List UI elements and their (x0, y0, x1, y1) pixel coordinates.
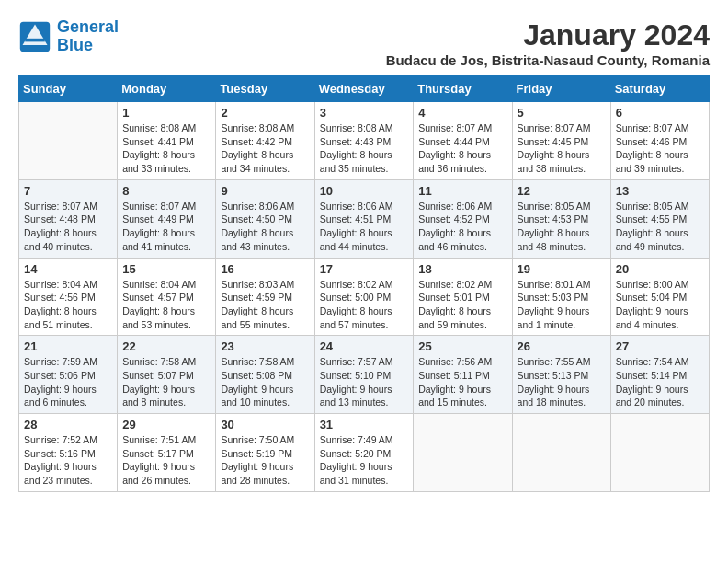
day-number: 14 (24, 262, 112, 276)
day-info: Sunrise: 8:04 AMSunset: 4:57 PMDaylight:… (122, 278, 210, 332)
calendar-cell: 23Sunrise: 7:58 AMSunset: 5:08 PMDayligh… (216, 336, 314, 414)
weekday-header-sunday: Sunday (19, 76, 118, 102)
calendar-cell: 3Sunrise: 8:08 AMSunset: 4:43 PMDaylight… (314, 102, 414, 180)
week-row-1: 1Sunrise: 8:08 AMSunset: 4:41 PMDaylight… (19, 102, 710, 180)
calendar-body: 1Sunrise: 8:08 AMSunset: 4:41 PMDaylight… (19, 102, 710, 492)
logo-icon (18, 20, 51, 53)
calendar-cell (610, 414, 709, 492)
calendar-header: SundayMondayTuesdayWednesdayThursdayFrid… (19, 76, 710, 102)
day-info: Sunrise: 7:56 AMSunset: 5:11 PMDaylight:… (418, 355, 506, 409)
day-info: Sunrise: 8:04 AMSunset: 4:56 PMDaylight:… (24, 278, 112, 332)
day-number: 17 (320, 262, 409, 276)
day-number: 23 (221, 339, 309, 353)
day-info: Sunrise: 7:57 AMSunset: 5:10 PMDaylight:… (320, 355, 409, 409)
day-info: Sunrise: 7:55 AMSunset: 5:13 PMDaylight:… (518, 355, 606, 409)
week-row-5: 28Sunrise: 7:52 AMSunset: 5:16 PMDayligh… (19, 414, 710, 492)
day-number: 8 (122, 184, 210, 198)
day-info: Sunrise: 8:02 AMSunset: 5:00 PMDaylight:… (320, 278, 409, 332)
calendar-subtitle: Budacu de Jos, Bistrita-Nasaud County, R… (386, 52, 710, 68)
day-number: 20 (616, 262, 704, 276)
calendar-cell: 2Sunrise: 8:08 AMSunset: 4:42 PMDaylight… (216, 102, 314, 180)
day-info: Sunrise: 8:01 AMSunset: 5:03 PMDaylight:… (518, 278, 606, 332)
calendar-table: SundayMondayTuesdayWednesdayThursdayFrid… (18, 75, 710, 492)
weekday-header-monday: Monday (118, 76, 216, 102)
day-number: 18 (418, 262, 506, 276)
day-info: Sunrise: 7:49 AMSunset: 5:20 PMDaylight:… (320, 433, 409, 488)
day-number: 26 (518, 339, 606, 353)
calendar-cell: 4Sunrise: 8:07 AMSunset: 4:44 PMDaylight… (414, 102, 512, 180)
day-info: Sunrise: 8:08 AMSunset: 4:42 PMDaylight:… (221, 121, 309, 176)
calendar-cell: 30Sunrise: 7:50 AMSunset: 5:19 PMDayligh… (216, 414, 314, 492)
day-info: Sunrise: 8:07 AMSunset: 4:48 PMDaylight:… (24, 200, 112, 254)
day-info: Sunrise: 8:03 AMSunset: 4:59 PMDaylight:… (221, 278, 309, 332)
day-number: 10 (320, 184, 409, 198)
weekday-row: SundayMondayTuesdayWednesdayThursdayFrid… (19, 76, 710, 102)
day-number: 13 (616, 184, 704, 198)
calendar-cell: 16Sunrise: 8:03 AMSunset: 4:59 PMDayligh… (216, 258, 314, 336)
calendar-title: January 2024 (386, 18, 710, 52)
calendar-cell (19, 102, 118, 180)
calendar-cell: 13Sunrise: 8:05 AMSunset: 4:55 PMDayligh… (610, 179, 709, 258)
weekday-header-tuesday: Tuesday (216, 76, 314, 102)
day-info: Sunrise: 8:05 AMSunset: 4:53 PMDaylight:… (518, 200, 606, 254)
day-number: 31 (320, 418, 409, 431)
day-info: Sunrise: 8:07 AMSunset: 4:45 PMDaylight:… (518, 121, 606, 176)
day-info: Sunrise: 7:58 AMSunset: 5:08 PMDaylight:… (221, 355, 309, 409)
calendar-cell: 11Sunrise: 8:06 AMSunset: 4:52 PMDayligh… (414, 179, 512, 258)
day-number: 3 (320, 106, 409, 120)
calendar-cell: 29Sunrise: 7:51 AMSunset: 5:17 PMDayligh… (118, 414, 216, 492)
week-row-3: 14Sunrise: 8:04 AMSunset: 4:56 PMDayligh… (19, 258, 710, 336)
day-info: Sunrise: 8:07 AMSunset: 4:46 PMDaylight:… (616, 121, 704, 176)
weekday-header-saturday: Saturday (610, 76, 709, 102)
day-number: 25 (418, 339, 506, 353)
day-number: 4 (418, 106, 506, 120)
weekday-header-thursday: Thursday (414, 76, 512, 102)
logo: General Blue (18, 18, 119, 55)
logo-text: General Blue (57, 18, 119, 55)
calendar-cell: 15Sunrise: 8:04 AMSunset: 4:57 PMDayligh… (118, 258, 216, 336)
calendar-cell (414, 414, 512, 492)
day-number: 11 (418, 184, 506, 198)
calendar-cell: 10Sunrise: 8:06 AMSunset: 4:51 PMDayligh… (314, 179, 414, 258)
calendar-cell: 21Sunrise: 7:59 AMSunset: 5:06 PMDayligh… (19, 336, 118, 414)
logo-line1: General (57, 17, 119, 36)
week-row-2: 7Sunrise: 8:07 AMSunset: 4:48 PMDaylight… (19, 179, 710, 258)
day-info: Sunrise: 8:05 AMSunset: 4:55 PMDaylight:… (616, 200, 704, 254)
day-info: Sunrise: 7:52 AMSunset: 5:16 PMDaylight:… (24, 433, 112, 488)
day-info: Sunrise: 8:06 AMSunset: 4:52 PMDaylight:… (418, 200, 506, 254)
svg-rect-2 (25, 39, 45, 42)
calendar-cell: 22Sunrise: 7:58 AMSunset: 5:07 PMDayligh… (118, 336, 216, 414)
day-number: 28 (24, 418, 112, 431)
logo-line2: Blue (57, 36, 93, 54)
weekday-header-wednesday: Wednesday (314, 76, 414, 102)
day-info: Sunrise: 7:51 AMSunset: 5:17 PMDaylight:… (122, 433, 210, 488)
day-info: Sunrise: 8:06 AMSunset: 4:51 PMDaylight:… (320, 200, 409, 254)
day-number: 2 (221, 106, 309, 120)
calendar-cell (512, 414, 610, 492)
day-number: 6 (616, 106, 704, 120)
calendar-cell: 7Sunrise: 8:07 AMSunset: 4:48 PMDaylight… (19, 179, 118, 258)
day-info: Sunrise: 7:50 AMSunset: 5:19 PMDaylight:… (221, 433, 309, 488)
calendar-cell: 26Sunrise: 7:55 AMSunset: 5:13 PMDayligh… (512, 336, 610, 414)
calendar-cell: 20Sunrise: 8:00 AMSunset: 5:04 PMDayligh… (610, 258, 709, 336)
day-number: 29 (122, 418, 210, 431)
day-info: Sunrise: 8:00 AMSunset: 5:04 PMDaylight:… (616, 278, 704, 332)
calendar-cell: 19Sunrise: 8:01 AMSunset: 5:03 PMDayligh… (512, 258, 610, 336)
day-number: 16 (221, 262, 309, 276)
calendar-cell: 24Sunrise: 7:57 AMSunset: 5:10 PMDayligh… (314, 336, 414, 414)
weekday-header-friday: Friday (512, 76, 610, 102)
day-number: 5 (518, 106, 606, 120)
day-number: 30 (221, 418, 309, 431)
day-number: 21 (24, 339, 112, 353)
day-number: 9 (221, 184, 309, 198)
day-number: 22 (122, 339, 210, 353)
day-info: Sunrise: 8:07 AMSunset: 4:44 PMDaylight:… (418, 121, 506, 176)
calendar-cell: 1Sunrise: 8:08 AMSunset: 4:41 PMDaylight… (118, 102, 216, 180)
day-number: 12 (518, 184, 606, 198)
day-number: 15 (122, 262, 210, 276)
calendar-cell: 6Sunrise: 8:07 AMSunset: 4:46 PMDaylight… (610, 102, 709, 180)
day-info: Sunrise: 8:07 AMSunset: 4:49 PMDaylight:… (122, 200, 210, 254)
day-info: Sunrise: 7:58 AMSunset: 5:07 PMDaylight:… (122, 355, 210, 409)
page-header: General Blue January 2024 Budacu de Jos,… (18, 18, 710, 68)
day-number: 24 (320, 339, 409, 353)
